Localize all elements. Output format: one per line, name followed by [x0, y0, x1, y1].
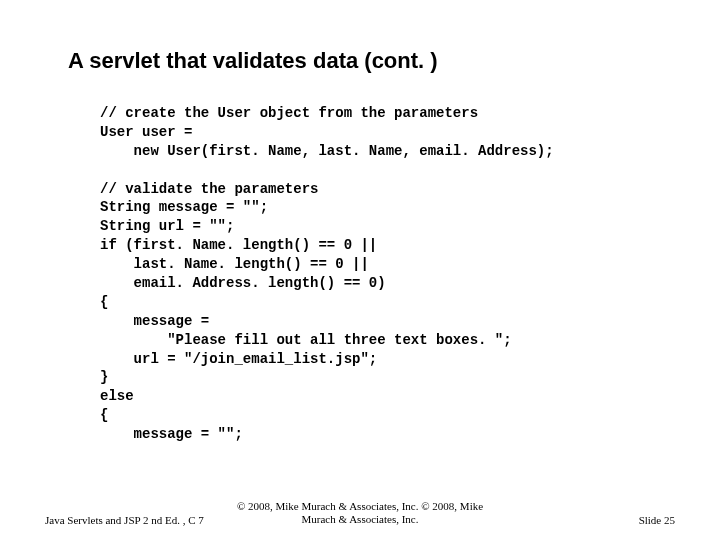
footer-right: Slide 25 [639, 514, 675, 526]
slide: A servlet that validates data (cont. ) /… [0, 0, 720, 540]
code-block: // create the User object from the param… [100, 104, 554, 444]
footer-center: © 2008, Mike Murach & Associates, Inc. ©… [0, 500, 720, 526]
footer: Java Servlets and JSP 2 nd Ed. , C 7 © 2… [0, 492, 720, 526]
footer-center-line2: Murach & Associates, Inc. [0, 513, 720, 526]
footer-center-line1: © 2008, Mike Murach & Associates, Inc. ©… [0, 500, 720, 513]
slide-title: A servlet that validates data (cont. ) [68, 48, 438, 74]
